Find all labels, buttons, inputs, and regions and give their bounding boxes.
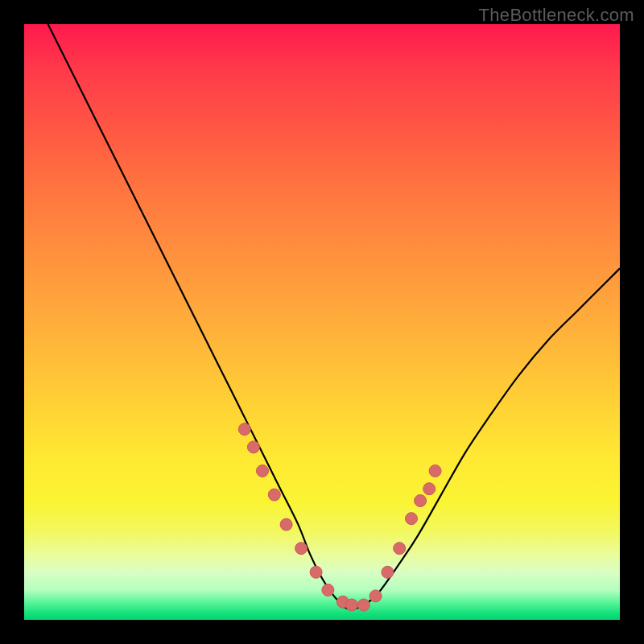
marker-point xyxy=(357,599,369,611)
marker-point xyxy=(257,465,269,477)
marker-point xyxy=(346,599,358,611)
marker-point xyxy=(423,483,436,495)
marker-point xyxy=(369,590,382,602)
bottleneck-curve xyxy=(48,24,620,609)
marker-point xyxy=(429,465,441,477)
plot-area xyxy=(24,24,620,620)
marker-point xyxy=(280,518,292,530)
marker-point xyxy=(394,543,406,555)
chart-frame: TheBottleneck.com xyxy=(0,0,644,644)
marker-point xyxy=(310,566,322,578)
marker-point xyxy=(322,584,334,597)
marker-point xyxy=(238,423,250,436)
marker-point xyxy=(295,543,308,555)
marker-point xyxy=(268,489,280,501)
marker-point xyxy=(415,495,427,507)
curve-svg xyxy=(24,24,620,620)
marker-group xyxy=(238,423,441,611)
marker-point xyxy=(406,513,418,525)
marker-point xyxy=(247,441,259,453)
watermark-text: TheBottleneck.com xyxy=(479,5,634,26)
marker-point xyxy=(382,566,394,578)
